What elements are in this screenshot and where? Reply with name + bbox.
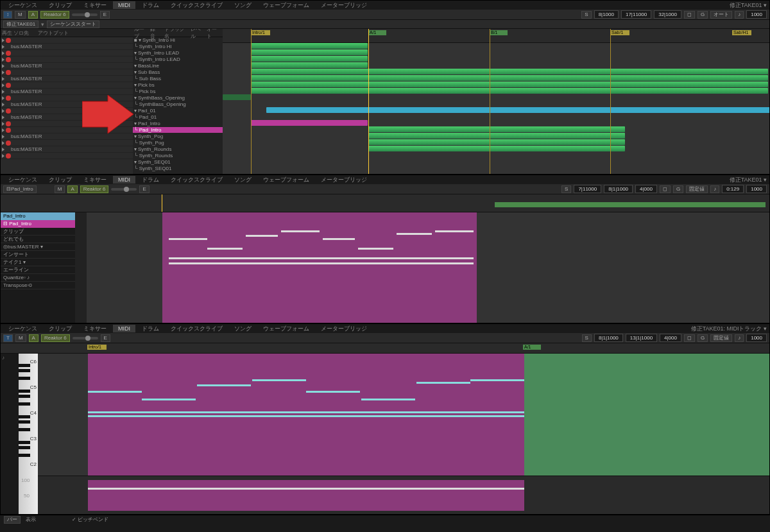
tab-meterbridge[interactable]: メーターブリッジ: [316, 1, 372, 10]
tab-clip[interactable]: クリップ: [44, 324, 77, 334]
project-title[interactable]: 修正TAKE01 ▾: [730, 176, 767, 184]
mute-button[interactable]: M: [15, 11, 26, 19]
tab-quickscribe[interactable]: クイックスクライブ: [166, 1, 228, 10]
note[interactable]: [397, 233, 432, 235]
track-row[interactable]: ▾ Pad_01: [133, 108, 223, 114]
track-row[interactable]: └ Pad_01: [133, 114, 223, 121]
track-row[interactable]: └ Synth_SEQ01: [133, 166, 223, 172]
track-row[interactable]: ▾ Synth_Pog: [133, 133, 223, 140]
snap-toggle[interactable]: S: [581, 11, 591, 19]
note[interactable]: [142, 399, 196, 400]
routing-row[interactable]: [1, 82, 133, 89]
tab-mixer[interactable]: ミキサー: [78, 324, 112, 334]
track-row[interactable]: ▾ BassLine: [133, 63, 223, 69]
routing-row[interactable]: [1, 140, 133, 146]
tempo[interactable]: 0:129: [722, 185, 744, 193]
grid-button[interactable]: G: [673, 185, 683, 193]
editor-title[interactable]: 修正TAKE01: MIDIトラック ▾: [691, 325, 767, 333]
clip[interactable]: [251, 49, 368, 55]
cc-lane[interactable]: 100 50: [38, 476, 769, 514]
marker[interactable]: Intro/1: [87, 345, 107, 350]
status-bar-button[interactable]: バー: [4, 516, 21, 524]
piano-keyboard[interactable]: C6 C5 C4 C3 C2: [19, 354, 38, 514]
track-row[interactable]: └ Synth_Intro LEAD: [133, 56, 223, 63]
clip[interactable]: [251, 75, 768, 81]
note[interactable]: [88, 415, 524, 417]
grid-mode[interactable]: 固定値: [710, 334, 732, 342]
transport-a[interactable]: 8|1|1000: [594, 334, 623, 342]
mid-ruler[interactable]: [1, 194, 769, 212]
locator-line[interactable]: [490, 29, 490, 174]
grid-value[interactable]: 1000: [746, 10, 767, 19]
automation-button[interactable]: A: [28, 11, 38, 19]
arrange-timeline[interactable]: Intro/1 A/1 B/1 Sab/1 Sab/H1: [223, 29, 769, 174]
grid-value[interactable]: 1000: [746, 334, 767, 342]
edit-button[interactable]: E: [100, 11, 110, 19]
quantize-row[interactable]: Quantize ▫ ♪: [1, 274, 75, 282]
zoom-slider[interactable]: [72, 13, 98, 16]
clip-color-label[interactable]: ⊟ Pad_Intro: [1, 220, 75, 228]
note[interactable]: [169, 238, 207, 240]
take-row[interactable]: テイク1 ▾: [1, 259, 75, 266]
mute-button[interactable]: M: [15, 334, 26, 342]
clip[interactable]: [266, 107, 769, 113]
routing-row[interactable]: [1, 50, 133, 56]
tab-quickscribe[interactable]: クイックスクライブ: [166, 324, 228, 334]
playhead[interactable]: [162, 194, 162, 212]
routing-row[interactable]: bus:MASTER: [1, 89, 133, 95]
track-row[interactable]: ▾ SynthBass_Opening: [133, 95, 223, 101]
tab-quickscribe[interactable]: クイックスクライブ: [166, 175, 228, 185]
note[interactable]: [323, 238, 355, 240]
clip[interactable]: [368, 133, 625, 139]
grid-mode[interactable]: オート: [710, 11, 732, 19]
note[interactable]: [361, 399, 415, 400]
zoom-slider[interactable]: [73, 337, 98, 339]
tab-midi[interactable]: MIDI: [113, 325, 135, 332]
marker[interactable]: Intro/1: [251, 30, 270, 35]
track-row[interactable]: └ Synth_Pog: [133, 140, 223, 146]
locator-line[interactable]: [251, 29, 252, 174]
bot-ruler[interactable]: Intro/1 A/1: [1, 343, 769, 354]
routing-row[interactable]: bus:MASTER: [1, 76, 133, 82]
mute-button[interactable]: M: [55, 185, 65, 193]
track-row[interactable]: ▾ Synth_Intro LEAD: [133, 50, 223, 56]
clip[interactable]: [251, 43, 368, 49]
note[interactable]: [416, 382, 470, 384]
note[interactable]: [358, 248, 393, 250]
routing-row[interactable]: bus:MASTER: [1, 63, 133, 69]
clip[interactable]: [251, 82, 768, 87]
tab-waveform[interactable]: ウェーブフォーム: [258, 324, 314, 334]
track-row[interactable]: └ Pick bs: [133, 89, 223, 95]
loop-button[interactable]: ◻: [684, 334, 695, 342]
note[interactable]: [306, 391, 360, 393]
loop-button[interactable]: ◻: [660, 185, 671, 193]
grid-value[interactable]: 1000: [746, 185, 767, 193]
note[interactable]: [88, 411, 524, 413]
edit-button[interactable]: E: [139, 185, 149, 193]
plugin-reaktor[interactable]: Reaktor 6: [41, 334, 70, 342]
tab-waveform[interactable]: ウェーブフォーム: [258, 1, 314, 10]
note[interactable]: [197, 384, 251, 386]
line-row[interactable]: エーライン: [1, 266, 75, 274]
clip[interactable]: [251, 62, 368, 68]
tab-song[interactable]: ソング: [229, 1, 257, 10]
marker[interactable]: Sab/H1: [732, 30, 751, 35]
clip[interactable]: [223, 94, 251, 100]
grid-button[interactable]: G: [697, 334, 708, 342]
cc-value[interactable]: [88, 488, 524, 490]
transport-pos-a[interactable]: 8|1000: [594, 10, 619, 19]
marker[interactable]: A/1: [368, 30, 386, 35]
insert-row[interactable]: インサート: [1, 251, 75, 259]
marker[interactable]: A/1: [523, 345, 541, 350]
tab-midi[interactable]: MIDI: [113, 176, 135, 184]
note[interactable]: [246, 235, 278, 237]
note-icon[interactable]: ♪: [735, 334, 744, 342]
marker[interactable]: B/1: [490, 30, 508, 35]
track-row[interactable]: └ SynthBass_Opening: [133, 101, 223, 108]
track-row[interactable]: ▾ Pad_Intro: [133, 121, 223, 127]
grid-mode[interactable]: 固定値: [686, 185, 708, 193]
track-row[interactable]: └ Synth_Rounds: [133, 153, 223, 159]
note-icon[interactable]: ♪: [710, 185, 719, 193]
track-row[interactable]: └ Sub Bass: [133, 76, 223, 82]
clip-selected[interactable]: [251, 120, 368, 126]
